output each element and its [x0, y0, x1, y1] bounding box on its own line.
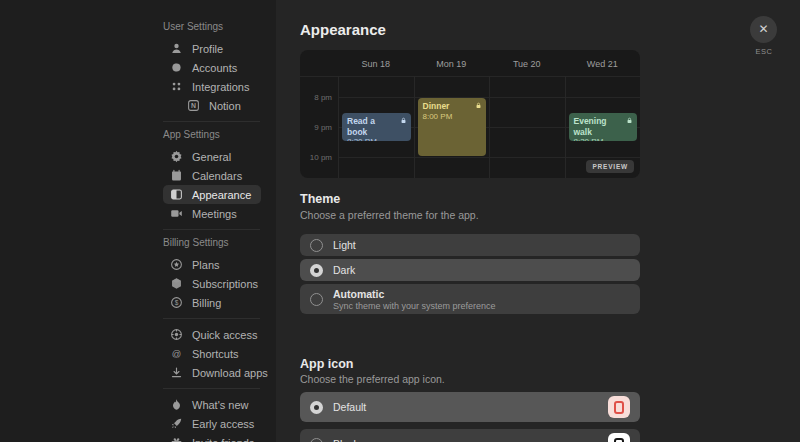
preview-gridline [565, 76, 566, 178]
sidebar-item-notion[interactable]: NNotion [180, 96, 261, 115]
sidebar-item-invite-friends[interactable]: Invite friends [163, 433, 261, 442]
preview-time-label: 8 pm [300, 93, 332, 102]
sidebar-item-accounts[interactable]: Accounts [163, 58, 261, 77]
calendar-preview: PREVIEW Sun 18Mon 19Tue 20Wed 218 pm9 pm… [300, 50, 640, 178]
at-icon: @ [170, 347, 183, 360]
calendar-icon [170, 169, 183, 182]
sidebar-section-label-billing-settings: Billing Settings [163, 236, 276, 250]
sidebar-item-profile[interactable]: Profile [163, 39, 261, 58]
gift-icon [170, 436, 183, 442]
sidebar-item-label: Billing [192, 297, 221, 309]
close-icon[interactable]: ✕ [750, 16, 777, 43]
sidebar-item-label: Meetings [192, 208, 237, 220]
preview-day-header: Tue 20 [489, 59, 565, 69]
app-icon-thumbnail-default [608, 396, 630, 418]
sidebar-item-label: Profile [192, 43, 223, 55]
sidebar-item-label: Accounts [192, 62, 237, 74]
download-icon [170, 366, 183, 379]
sidebar-item-label: Plans [192, 259, 220, 271]
option-texts: Dark [333, 264, 355, 276]
sidebar-divider [163, 388, 260, 389]
option-texts: AutomaticSync theme with your system pre… [333, 288, 496, 311]
sidebar-item-billing[interactable]: $Billing [163, 293, 261, 312]
sidebar-item-what-s-new[interactable]: What's new [163, 395, 261, 414]
svg-text:$: $ [175, 299, 179, 306]
option-label: Light [333, 239, 356, 251]
option-label: Black [333, 438, 359, 442]
sidebar-item-subscriptions[interactable]: Subscriptions [163, 274, 261, 293]
sidebar-divider [163, 229, 260, 230]
radio-automatic[interactable] [310, 293, 323, 306]
close-control: ✕ ESC [750, 16, 778, 56]
event-time: 8:00 PM [423, 112, 482, 122]
preview-gridline [414, 76, 415, 178]
sidebar-item-label: Notion [209, 100, 241, 112]
sidebar-section: Quick access@ShortcutsDownload apps [163, 325, 276, 382]
sidebar-item-label: Early access [192, 418, 254, 430]
preview-day-header: Wed 21 [565, 59, 641, 69]
sidebar-item-label: Calendars [192, 170, 242, 182]
sidebar-item-meetings[interactable]: Meetings [163, 204, 261, 223]
sidebar-divider [163, 318, 260, 319]
app-icon-option-black[interactable]: Black [300, 429, 640, 442]
sidebar-item-label: Integrations [192, 81, 249, 93]
event-time: 8:30 PM [574, 137, 633, 141]
option-texts: Light [333, 239, 356, 251]
theme-heading: Theme [300, 192, 340, 206]
theme-option-light[interactable]: Light [300, 234, 640, 256]
option-label: Default [333, 401, 366, 413]
radio-light[interactable] [310, 239, 323, 252]
sidebar-item-label: Subscriptions [192, 278, 258, 290]
theme-option-automatic[interactable]: AutomaticSync theme with your system pre… [300, 284, 640, 314]
lock-icon [626, 117, 633, 124]
option-label: Dark [333, 264, 355, 276]
radio-dark[interactable] [310, 264, 323, 277]
theme-option-dark[interactable]: Dark [300, 259, 640, 281]
app-icon-option-default[interactable]: Default [300, 392, 640, 422]
integrations-icon [170, 80, 183, 93]
sidebar-item-label: Appearance [192, 189, 251, 201]
sidebar-item-appearance[interactable]: Appearance [163, 185, 261, 204]
preview-event-evening-walk: Evening walk8:30 PM [569, 113, 638, 141]
sidebar-item-label: Shortcuts [192, 348, 238, 360]
sidebar-item-label: Quick access [192, 329, 257, 341]
app-icon-options: DefaultBlack [300, 392, 640, 442]
app-icon-description: Choose the preferred app icon. [300, 373, 445, 385]
lock-icon [400, 117, 407, 124]
sidebar-item-download-apps[interactable]: Download apps [163, 363, 261, 382]
lock-icon [475, 102, 482, 109]
subscriptions-icon [170, 277, 183, 290]
sidebar-section: User SettingsProfileAccountsIntegrations… [163, 20, 276, 115]
theme-options: LightDarkAutomaticSync theme with your s… [300, 234, 640, 314]
preview-event-dinner: Dinner8:00 PM [418, 98, 487, 156]
sidebar-section: What's newEarly accessInvite friends [163, 395, 276, 442]
accounts-icon [170, 61, 183, 74]
preview-gridline [489, 76, 490, 178]
esc-label: ESC [750, 47, 778, 56]
svg-text:@: @ [172, 349, 181, 359]
sidebar-item-label: Invite friends [192, 437, 254, 442]
sidebar-item-integrations[interactable]: Integrations [163, 77, 261, 96]
notion-icon: N [187, 99, 200, 112]
calendar-glyph-icon [614, 438, 624, 442]
preview-event-read-a-book: Read a book8:30 PM [342, 113, 411, 141]
sidebar-item-label: General [192, 151, 231, 163]
person-icon [170, 42, 183, 55]
sidebar-section: Billing SettingsPlansSubscriptions$Billi… [163, 236, 276, 312]
preview-day-header: Sun 18 [338, 59, 414, 69]
appearance-icon [170, 188, 183, 201]
sidebar-item-calendars[interactable]: Calendars [163, 166, 261, 185]
radio-black[interactable] [310, 438, 323, 442]
sidebar-item-general[interactable]: General [163, 147, 261, 166]
sidebar-item-shortcuts[interactable]: @Shortcuts [163, 344, 261, 363]
appearance-panel: Appearance ✕ ESC PREVIEW Sun 18Mon 19Tue… [276, 0, 800, 442]
settings-sidebar: User SettingsProfileAccountsIntegrations… [0, 0, 276, 442]
gear-icon [170, 150, 183, 163]
sidebar-item-quick-access[interactable]: Quick access [163, 325, 261, 344]
sidebar-item-early-access[interactable]: Early access [163, 414, 261, 433]
preview-badge: PREVIEW [586, 160, 634, 173]
sidebar-item-plans[interactable]: Plans [163, 255, 261, 274]
settings-modal: User SettingsProfileAccountsIntegrations… [0, 0, 800, 442]
preview-time-label: 9 pm [300, 123, 332, 132]
radio-default[interactable] [310, 401, 323, 414]
